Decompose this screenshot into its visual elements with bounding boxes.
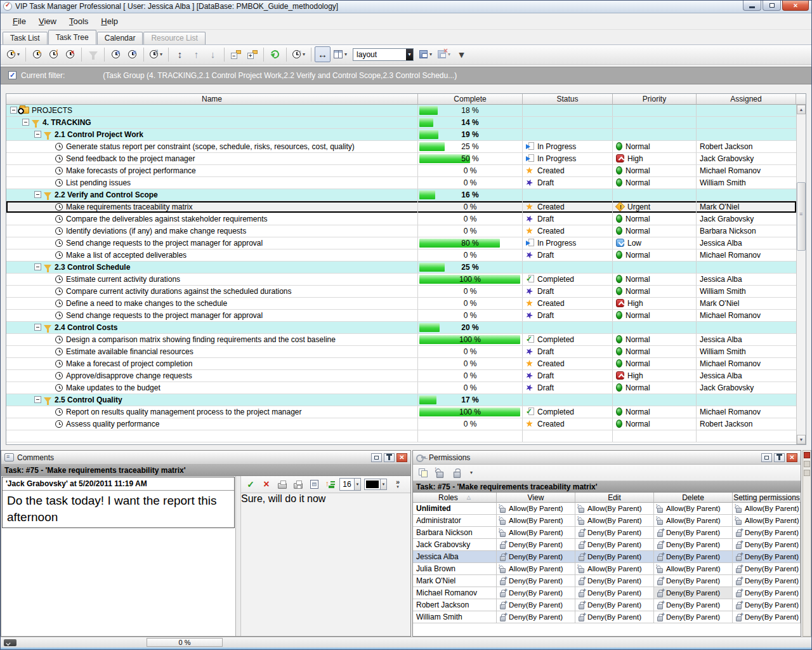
task-row[interactable]: PROJECTS18 % [6, 105, 796, 117]
permission-setting-cell[interactable]: Deny(By Parent) [733, 587, 801, 599]
permission-setting-cell[interactable]: Deny(By Parent) [733, 539, 801, 550]
task-row[interactable]: 2.5 Control Quality17 % [6, 394, 796, 406]
fit-width-toggle[interactable]: ↔ [315, 46, 331, 62]
comment-editor-textarea[interactable]: Sure, will do it now [241, 493, 410, 505]
perm-column-view[interactable]: View [497, 493, 575, 503]
permission-delete-cell[interactable]: Deny(By Parent) [654, 527, 733, 538]
scroll-down-button[interactable]: ▼ [797, 435, 806, 444]
permission-delete-cell[interactable]: Allow(By Parent) [654, 515, 733, 526]
print-preview-button[interactable] [292, 477, 304, 491]
filter-checkbox[interactable]: ✓ [8, 71, 16, 79]
permission-view-cell[interactable]: Deny(By Parent) [497, 599, 575, 611]
copy-permissions-button[interactable] [417, 466, 429, 480]
menu-file[interactable]: File [7, 15, 32, 28]
permission-edit-cell[interactable]: Deny(By Parent) [575, 527, 654, 538]
task-row[interactable]: Send feedback to the project manager50 %… [6, 153, 796, 165]
vertical-scrollbar[interactable]: ▲ ▼ [796, 105, 806, 445]
chevron-down-icon[interactable]: ▾ [344, 51, 347, 57]
chevron-down-icon[interactable]: ▾ [160, 51, 162, 57]
task-row[interactable]: Send change requests to the project mana… [6, 310, 796, 322]
expand-collapse-box[interactable] [34, 191, 41, 198]
permission-view-cell[interactable]: Allow(By Parent) [497, 503, 575, 514]
permission-view-cell[interactable]: Deny(By Parent) [497, 587, 575, 599]
permission-edit-cell[interactable]: Deny(By Parent) [575, 599, 654, 611]
permission-edit-cell[interactable]: Deny(By Parent) [575, 575, 654, 587]
task-row[interactable]: Report on results quality management pro… [6, 406, 796, 418]
task-row[interactable]: Estimate available financial resources0 … [6, 346, 796, 358]
tab-task-list[interactable]: Task List [3, 32, 48, 44]
scroll-up-button[interactable]: ▲ [797, 105, 806, 114]
allow-permission-button[interactable] [434, 466, 447, 480]
permission-delete-cell[interactable]: Deny(By Parent) [654, 599, 733, 611]
permission-row[interactable]: UnlimitedAllow(By Parent)Allow(By Parent… [413, 503, 801, 515]
toolbar-overflow-button[interactable]: ▾ [454, 46, 469, 62]
page-layout-button[interactable] [308, 477, 320, 491]
scroll-thumb[interactable] [797, 182, 806, 251]
column-header-priority[interactable]: Priority [613, 94, 697, 105]
permissions-pin-button[interactable] [774, 453, 785, 462]
permission-edit-cell[interactable]: Allow(By Parent) [575, 515, 654, 526]
expand-collapse-box[interactable] [22, 119, 29, 126]
permission-edit-cell[interactable]: Allow(By Parent) [575, 503, 654, 514]
permission-row[interactable]: Mark O'NielDeny(By Parent)Deny(By Parent… [413, 575, 801, 587]
chevron-down-icon[interactable]: ▾ [17, 51, 20, 57]
dock-item-icon[interactable] [804, 470, 810, 476]
task-row[interactable]: Make updates to the budget0 %DraftNormal… [6, 382, 796, 394]
permission-setting-cell[interactable]: Deny(By Parent) [733, 527, 801, 538]
comments-button[interactable]: □▾ [290, 46, 308, 62]
collapse-all-button[interactable]: − [228, 46, 244, 62]
permission-view-cell[interactable]: Deny(By Parent) [497, 611, 575, 623]
column-header-assigned[interactable]: Assigned [697, 94, 796, 105]
tab-task-tree[interactable]: Task Tree [48, 30, 96, 44]
move-task-up-list-button[interactable]: ≡ [124, 46, 140, 62]
refresh-button[interactable] [267, 46, 283, 62]
menu-tools[interactable]: Tools [63, 15, 94, 28]
permission-view-cell[interactable]: Allow(By Parent) [497, 515, 575, 526]
menu-help[interactable]: Help [95, 15, 124, 28]
permission-view-cell[interactable]: Deny(By Parent) [497, 575, 575, 587]
permission-row[interactable]: William SmithDeny(By Parent)Deny(By Pare… [413, 611, 801, 623]
perm-column-setting[interactable]: Setting permissions [733, 493, 801, 503]
column-header-name[interactable]: Name [6, 94, 418, 105]
permission-delete-cell[interactable]: Deny(By Parent) [654, 587, 733, 599]
dock-close-icon[interactable] [804, 452, 810, 458]
sort-comments-button[interactable] [324, 477, 336, 491]
print-button[interactable] [276, 477, 289, 491]
permission-setting-cell[interactable]: Deny(By Parent) [733, 611, 801, 623]
apply-comment-button[interactable]: ✓ [244, 477, 257, 491]
permission-row[interactable]: Robert JacksonDeny(By Parent)Deny(By Par… [413, 599, 801, 611]
restore-button[interactable] [763, 1, 781, 11]
chevron-down-icon[interactable]: ▼ [354, 479, 360, 490]
permission-view-cell[interactable]: Deny(By Parent) [497, 539, 575, 550]
task-row[interactable]: Make requirements traceability matrix0 %… [6, 201, 796, 213]
expand-collapse-box[interactable] [10, 107, 17, 114]
perm-column-edit[interactable]: Edit [575, 493, 654, 503]
task-row[interactable]: 2.4 Control Costs20 % [6, 322, 796, 334]
task-row[interactable]: Estimate current activity durations100 %… [6, 274, 796, 286]
task-row[interactable]: 4. TRACKING14 % [6, 117, 796, 129]
task-row[interactable]: Make a forecast of project completion0 %… [6, 358, 796, 370]
permission-delete-cell[interactable]: Deny(By Parent) [654, 611, 733, 623]
task-row[interactable]: Generate status report per constraint (s… [6, 141, 796, 153]
permission-delete-cell[interactable]: Deny(By Parent) [654, 575, 733, 587]
expand-collapse-box[interactable] [34, 263, 41, 270]
task-row[interactable]: 2.1 Control Project Work19 % [6, 129, 796, 141]
permission-setting-cell[interactable]: Allow(By Parent) [733, 503, 801, 514]
permission-edit-cell[interactable]: Deny(By Parent) [575, 587, 654, 599]
permission-delete-cell[interactable]: Allow(By Parent) [654, 563, 733, 574]
column-header-complete[interactable]: Complete [418, 94, 523, 105]
permission-row[interactable]: Julia BrownAllow(By Parent)Allow(By Pare… [413, 563, 801, 575]
comments-splitter[interactable] [236, 476, 241, 636]
dock-item-icon[interactable] [804, 461, 810, 467]
sort-tasks-button[interactable]: ↕ [172, 46, 188, 62]
column-header-status[interactable]: Status [523, 94, 613, 105]
permission-row[interactable]: Jack GrabovskyDeny(By Parent)Deny(By Par… [413, 539, 801, 551]
task-row[interactable]: Identify deviations (if any) and make ch… [6, 225, 796, 237]
deny-permission-button[interactable] [451, 466, 464, 480]
layout-combobox[interactable]: layout▼ [353, 48, 414, 61]
new-task-button[interactable]: +▾ [4, 46, 22, 62]
font-color-picker[interactable]: ▼ [364, 479, 387, 490]
permission-edit-cell[interactable]: Deny(By Parent) [575, 611, 654, 623]
task-row[interactable]: Compare the deliverables against stakeho… [6, 213, 796, 225]
move-down-button[interactable]: ↓ [205, 46, 221, 62]
